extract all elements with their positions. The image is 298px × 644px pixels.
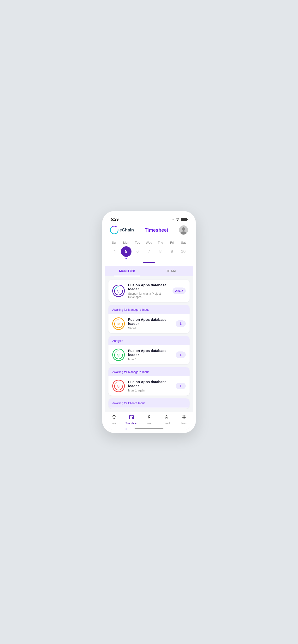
project-logo-1: Chain Sys <box>112 318 125 330</box>
cal-date-4[interactable]: 4 <box>109 246 120 257</box>
status-header-1: Awaiting for Manager's Input <box>108 305 190 314</box>
cal-date-9[interactable]: 9 <box>167 246 177 257</box>
status-card-1: Awaiting for Manager's Input Chain Sys F… <box>108 305 190 333</box>
calendar-dates: 4 5 6 7 8 9 10 <box>109 246 189 259</box>
cal-date-5-wrapper: 5 <box>121 246 131 259</box>
page-title: Timesheet <box>145 227 169 233</box>
main-card-info: Fusion Apps database loader Support for … <box>128 283 169 299</box>
status-label-1: Awaiting for Manager's Input <box>112 308 149 312</box>
status-item-3[interactable]: Chain Sys Fusion Apps database loader Mu… <box>108 376 190 396</box>
cal-day-thu: Thu <box>155 241 166 244</box>
bottom-nav: Home Timesheet <box>105 412 193 426</box>
status-header-3: Awaiting for Manager's Input <box>108 367 190 376</box>
more-icon <box>181 414 187 421</box>
project-logo-main: Chain Sys <box>112 284 125 297</box>
card-title-3: Fusion Apps database loader <box>128 380 172 388</box>
tabs-container: MUNI1768 TEAM <box>105 266 193 276</box>
nav-label-travel: Travel <box>163 422 170 424</box>
status-card-2: Analysis Chain Sys Fusion Apps database … <box>108 336 190 364</box>
project-logo-2: Chain Sys <box>112 348 125 361</box>
card-badge-2: 1 <box>176 352 186 358</box>
wifi-icon <box>176 217 180 222</box>
svg-rect-24 <box>182 415 184 417</box>
status-item-1[interactable]: Chain Sys Fusion Apps database loader Sn… <box>108 314 190 333</box>
cal-day-mon: Mon <box>121 241 131 244</box>
card-info-3: Fusion Apps database loader Muni 1 again <box>128 380 172 392</box>
app-header: eChain Timesheet <box>105 224 193 238</box>
project-logo-3: Chain Sys <box>112 380 125 392</box>
status-header-2: Analysis <box>108 336 190 345</box>
calendar-section: Sun Mon Tue Wed Thu Fri Sat 4 5 6 7 8 9 … <box>105 238 193 266</box>
cal-day-tue: Tue <box>132 241 143 244</box>
card-subtitle-3: Muni 1 again <box>128 389 172 392</box>
status-icons: ··· <box>171 217 187 222</box>
card-title-1: Fusion Apps database loader <box>128 318 172 326</box>
status-label-4: Awaiting for Client's Input <box>112 402 145 405</box>
nav-label-home: Home <box>111 422 117 424</box>
nav-item-home[interactable]: Home <box>107 414 121 424</box>
main-project-card[interactable]: Chain Sys Fusion Apps database loader Su… <box>108 280 190 302</box>
phone-frame: 5:29 ··· <box>102 211 196 433</box>
home-bar <box>105 426 193 430</box>
card-title-2: Fusion Apps database loader <box>128 348 172 357</box>
home-icon <box>111 414 117 421</box>
cal-date-7[interactable]: 7 <box>144 246 154 257</box>
home-bar-line <box>135 428 163 429</box>
svg-text:Sys: Sys <box>117 291 120 292</box>
nav-item-travel[interactable]: Travel <box>159 414 174 424</box>
nav-label-more: More <box>181 422 187 424</box>
svg-text:Sys: Sys <box>117 324 120 325</box>
cal-date-5[interactable]: 5 <box>121 246 131 257</box>
cal-day-wed: Wed <box>144 241 154 244</box>
calendar-days-header: Sun Mon Tue Wed Thu Fri Sat <box>109 241 189 244</box>
card-badge-1: 1 <box>176 320 186 327</box>
timesheet-icon <box>129 414 134 421</box>
svg-point-3 <box>182 227 185 231</box>
svg-rect-25 <box>184 415 186 417</box>
indicator-bar <box>143 262 155 263</box>
card-subtitle-1: Snjsjd <box>128 326 172 330</box>
nav-label-leave: Leave <box>146 422 152 424</box>
status-item-2[interactable]: Chain Sys Fusion Apps database loader Mu… <box>108 345 190 364</box>
nav-label-timesheet: Timesheet <box>125 422 137 424</box>
leave-icon <box>146 414 152 421</box>
cal-date-10[interactable]: 10 <box>178 246 189 257</box>
signal-dots-icon: ··· <box>171 218 174 221</box>
travel-icon <box>164 414 169 421</box>
battery-icon <box>181 218 187 221</box>
cal-day-fri: Fri <box>167 241 177 244</box>
status-card-3: Awaiting for Manager's Input Chain Sys F… <box>108 367 190 396</box>
nav-item-leave[interactable]: Leave <box>142 414 156 424</box>
card-subtitle-2: Muni 1 <box>128 358 172 361</box>
card-info-2: Fusion Apps database loader Muni 1 <box>128 348 172 361</box>
nav-item-more[interactable]: More <box>177 414 191 424</box>
calendar-indicator <box>109 262 189 266</box>
logo-container: eChain <box>110 226 134 234</box>
active-dot <box>125 258 127 259</box>
cal-date-8[interactable]: 8 <box>155 246 166 257</box>
main-card-subtitle: Support for Allana Project - Developm... <box>128 292 169 299</box>
main-card-badge: 294.5 <box>173 288 186 294</box>
status-label-2: Analysis <box>112 339 123 342</box>
svg-text:Sys: Sys <box>117 386 120 388</box>
status-card-4: Awaiting for Client's Input <box>108 398 190 408</box>
cal-day-sun: Sun <box>109 241 120 244</box>
svg-point-23 <box>166 416 167 417</box>
tab-team[interactable]: TEAM <box>149 266 193 276</box>
status-header-4: Awaiting for Client's Input <box>108 398 190 408</box>
status-time: 5:29 <box>111 217 118 222</box>
svg-rect-26 <box>182 417 184 419</box>
cal-date-6[interactable]: 6 <box>132 246 143 257</box>
nav-item-timesheet[interactable]: Timesheet <box>124 414 139 424</box>
status-label-3: Awaiting for Manager's Input <box>112 370 149 374</box>
svg-text:Sys: Sys <box>117 355 120 356</box>
content-area: Chain Sys Fusion Apps database loader Su… <box>105 276 193 412</box>
user-avatar[interactable] <box>179 226 188 234</box>
logo-text: eChain <box>119 228 134 233</box>
tab-muni1768[interactable]: MUNI1768 <box>105 266 149 276</box>
phone-screen: 5:29 ··· <box>105 214 193 430</box>
echain-logo-icon <box>110 226 118 234</box>
cal-day-sat: Sat <box>178 241 189 244</box>
main-card-title: Fusion Apps database loader <box>128 283 169 291</box>
svg-rect-27 <box>184 417 186 419</box>
